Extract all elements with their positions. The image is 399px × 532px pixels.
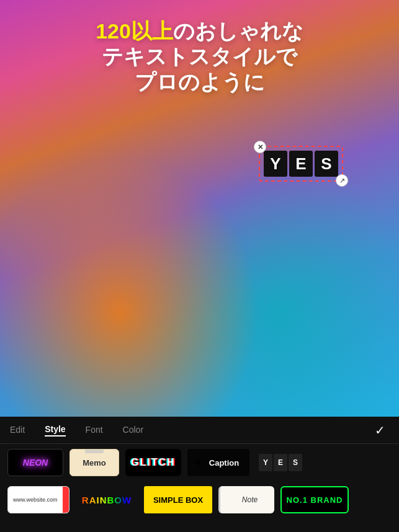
yes-text-box[interactable]: ✕ Y E S ↗ [259,146,343,182]
yes-close-icon[interactable]: ✕ [254,141,266,153]
website-red-bar [63,487,69,513]
yes-letter-s: S [315,151,338,177]
tab-bar: Edit Style Font Color ✓ [0,417,399,444]
tab-style[interactable]: Style [45,424,65,437]
style-yes-blocks[interactable]: Y E S [256,449,305,476]
style-website[interactable]: www.website.com [7,486,69,513]
style-memo[interactable]: Memo [69,449,119,476]
yes-resize-handle[interactable]: ↗ [336,174,348,187]
heading-line2: テキストスタイルで [0,44,399,69]
yes-block-e: E [274,454,287,471]
style-simplebox[interactable]: SIMPLE BOX [144,486,212,513]
tab-edit[interactable]: Edit [10,425,25,436]
style-note[interactable]: Note [218,486,274,513]
tab-color[interactable]: Color [123,425,143,436]
heading-line3: プロのように [0,69,399,95]
yes-letter-y: Y [264,151,287,177]
style-rainbow[interactable]: RAINBOW [76,486,138,513]
style-row-1: NEON Memo GLITCH Caption Y E S [0,444,399,481]
yes-block-y: Y [259,454,272,471]
main-photo-area: 120以上のおしゃれな テキストスタイルで プロのように ✕ Y E S ↗ [0,0,399,417]
heading-highlight: 120以上 [96,19,173,43]
tab-items: Edit Style Font Color [10,424,143,437]
style-row-2: www.website.com RAINBOW SIMPLE BOX Note … [0,481,399,518]
tab-font[interactable]: Font [86,425,103,436]
heading-overlay: 120以上のおしゃれな テキストスタイルで プロのように [0,19,399,94]
yes-block-s: S [289,454,302,471]
heading-line1: 120以上のおしゃれな [0,19,399,44]
yes-letter-e: E [289,151,313,177]
confirm-button[interactable]: ✓ [370,421,389,440]
style-neon[interactable]: NEON [7,449,63,476]
bottom-panel: Edit Style Font Color ✓ NEON Memo GLITCH… [0,417,399,532]
style-brand[interactable]: NO.1 BRAND [280,486,349,513]
style-caption[interactable]: Caption [187,449,249,476]
style-glitch[interactable]: GLITCH [125,449,181,476]
memo-tape [85,449,104,453]
caption-arrow [194,459,200,466]
